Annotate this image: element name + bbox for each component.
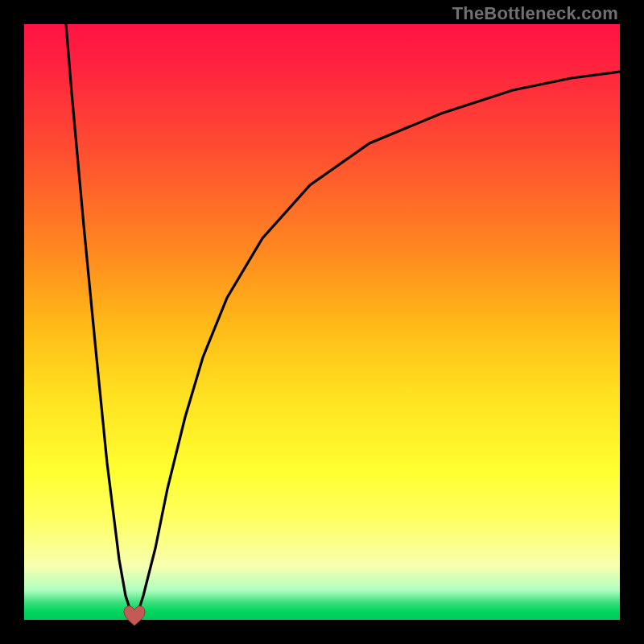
watermark-label: TheBottleneck.com xyxy=(452,3,618,24)
heart-icon xyxy=(123,605,146,626)
curve-left-branch xyxy=(66,24,134,620)
curve-right-branch xyxy=(134,72,620,620)
chart-plot-area xyxy=(24,24,620,620)
bottleneck-curve xyxy=(24,24,620,620)
heart-shape xyxy=(124,606,145,625)
